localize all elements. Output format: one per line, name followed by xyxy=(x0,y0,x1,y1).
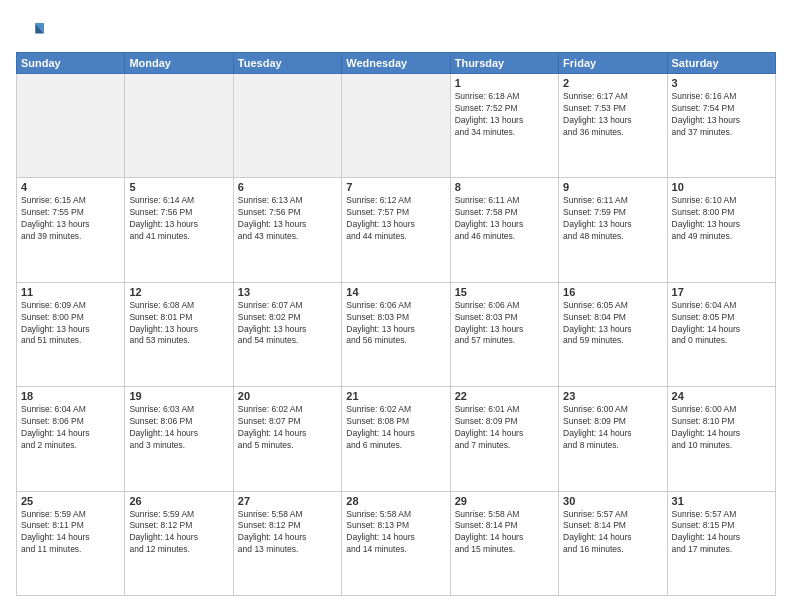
calendar-cell: 2Sunrise: 6:17 AM Sunset: 7:53 PM Daylig… xyxy=(559,74,667,178)
day-number: 31 xyxy=(672,495,771,507)
calendar-cell: 25Sunrise: 5:59 AM Sunset: 8:11 PM Dayli… xyxy=(17,491,125,595)
day-info: Sunrise: 6:06 AM Sunset: 8:03 PM Dayligh… xyxy=(455,300,554,348)
calendar-cell: 6Sunrise: 6:13 AM Sunset: 7:56 PM Daylig… xyxy=(233,178,341,282)
page: SundayMondayTuesdayWednesdayThursdayFrid… xyxy=(0,0,792,612)
calendar-cell: 30Sunrise: 5:57 AM Sunset: 8:14 PM Dayli… xyxy=(559,491,667,595)
day-info: Sunrise: 6:05 AM Sunset: 8:04 PM Dayligh… xyxy=(563,300,662,348)
header xyxy=(16,16,776,44)
day-info: Sunrise: 6:04 AM Sunset: 8:06 PM Dayligh… xyxy=(21,404,120,452)
calendar-cell: 31Sunrise: 5:57 AM Sunset: 8:15 PM Dayli… xyxy=(667,491,775,595)
day-info: Sunrise: 5:58 AM Sunset: 8:13 PM Dayligh… xyxy=(346,509,445,557)
weekday-header-wednesday: Wednesday xyxy=(342,53,450,74)
day-number: 12 xyxy=(129,286,228,298)
calendar-cell: 4Sunrise: 6:15 AM Sunset: 7:55 PM Daylig… xyxy=(17,178,125,282)
day-info: Sunrise: 6:00 AM Sunset: 8:10 PM Dayligh… xyxy=(672,404,771,452)
day-info: Sunrise: 6:01 AM Sunset: 8:09 PM Dayligh… xyxy=(455,404,554,452)
day-number: 29 xyxy=(455,495,554,507)
day-info: Sunrise: 6:12 AM Sunset: 7:57 PM Dayligh… xyxy=(346,195,445,243)
weekday-header-tuesday: Tuesday xyxy=(233,53,341,74)
day-number: 8 xyxy=(455,181,554,193)
week-row-4: 18Sunrise: 6:04 AM Sunset: 8:06 PM Dayli… xyxy=(17,387,776,491)
calendar-cell: 3Sunrise: 6:16 AM Sunset: 7:54 PM Daylig… xyxy=(667,74,775,178)
day-number: 18 xyxy=(21,390,120,402)
day-info: Sunrise: 6:02 AM Sunset: 8:07 PM Dayligh… xyxy=(238,404,337,452)
day-info: Sunrise: 5:59 AM Sunset: 8:11 PM Dayligh… xyxy=(21,509,120,557)
calendar-cell: 12Sunrise: 6:08 AM Sunset: 8:01 PM Dayli… xyxy=(125,282,233,386)
calendar-table: SundayMondayTuesdayWednesdayThursdayFrid… xyxy=(16,52,776,596)
day-info: Sunrise: 6:15 AM Sunset: 7:55 PM Dayligh… xyxy=(21,195,120,243)
day-number: 4 xyxy=(21,181,120,193)
week-row-2: 4Sunrise: 6:15 AM Sunset: 7:55 PM Daylig… xyxy=(17,178,776,282)
calendar-cell: 22Sunrise: 6:01 AM Sunset: 8:09 PM Dayli… xyxy=(450,387,558,491)
calendar-cell: 11Sunrise: 6:09 AM Sunset: 8:00 PM Dayli… xyxy=(17,282,125,386)
day-number: 1 xyxy=(455,77,554,89)
day-number: 6 xyxy=(238,181,337,193)
day-info: Sunrise: 6:07 AM Sunset: 8:02 PM Dayligh… xyxy=(238,300,337,348)
day-number: 21 xyxy=(346,390,445,402)
calendar-cell: 10Sunrise: 6:10 AM Sunset: 8:00 PM Dayli… xyxy=(667,178,775,282)
day-number: 10 xyxy=(672,181,771,193)
calendar-cell: 1Sunrise: 6:18 AM Sunset: 7:52 PM Daylig… xyxy=(450,74,558,178)
weekday-header-row: SundayMondayTuesdayWednesdayThursdayFrid… xyxy=(17,53,776,74)
day-info: Sunrise: 6:09 AM Sunset: 8:00 PM Dayligh… xyxy=(21,300,120,348)
day-number: 15 xyxy=(455,286,554,298)
day-info: Sunrise: 5:57 AM Sunset: 8:14 PM Dayligh… xyxy=(563,509,662,557)
day-number: 22 xyxy=(455,390,554,402)
calendar-cell: 17Sunrise: 6:04 AM Sunset: 8:05 PM Dayli… xyxy=(667,282,775,386)
day-number: 3 xyxy=(672,77,771,89)
day-info: Sunrise: 5:59 AM Sunset: 8:12 PM Dayligh… xyxy=(129,509,228,557)
calendar-cell: 15Sunrise: 6:06 AM Sunset: 8:03 PM Dayli… xyxy=(450,282,558,386)
day-number: 17 xyxy=(672,286,771,298)
day-number: 24 xyxy=(672,390,771,402)
calendar-cell: 24Sunrise: 6:00 AM Sunset: 8:10 PM Dayli… xyxy=(667,387,775,491)
day-info: Sunrise: 6:06 AM Sunset: 8:03 PM Dayligh… xyxy=(346,300,445,348)
day-number: 20 xyxy=(238,390,337,402)
day-number: 5 xyxy=(129,181,228,193)
day-info: Sunrise: 6:10 AM Sunset: 8:00 PM Dayligh… xyxy=(672,195,771,243)
weekday-header-friday: Friday xyxy=(559,53,667,74)
day-number: 11 xyxy=(21,286,120,298)
calendar-cell xyxy=(342,74,450,178)
day-info: Sunrise: 5:57 AM Sunset: 8:15 PM Dayligh… xyxy=(672,509,771,557)
weekday-header-thursday: Thursday xyxy=(450,53,558,74)
day-number: 7 xyxy=(346,181,445,193)
day-info: Sunrise: 6:00 AM Sunset: 8:09 PM Dayligh… xyxy=(563,404,662,452)
day-number: 27 xyxy=(238,495,337,507)
day-number: 16 xyxy=(563,286,662,298)
calendar-cell: 8Sunrise: 6:11 AM Sunset: 7:58 PM Daylig… xyxy=(450,178,558,282)
day-info: Sunrise: 6:17 AM Sunset: 7:53 PM Dayligh… xyxy=(563,91,662,139)
day-number: 14 xyxy=(346,286,445,298)
week-row-3: 11Sunrise: 6:09 AM Sunset: 8:00 PM Dayli… xyxy=(17,282,776,386)
weekday-header-sunday: Sunday xyxy=(17,53,125,74)
calendar-cell: 16Sunrise: 6:05 AM Sunset: 8:04 PM Dayli… xyxy=(559,282,667,386)
calendar-cell: 26Sunrise: 5:59 AM Sunset: 8:12 PM Dayli… xyxy=(125,491,233,595)
day-info: Sunrise: 6:14 AM Sunset: 7:56 PM Dayligh… xyxy=(129,195,228,243)
day-number: 25 xyxy=(21,495,120,507)
calendar-cell: 20Sunrise: 6:02 AM Sunset: 8:07 PM Dayli… xyxy=(233,387,341,491)
weekday-header-saturday: Saturday xyxy=(667,53,775,74)
logo-icon xyxy=(16,16,44,44)
day-info: Sunrise: 6:13 AM Sunset: 7:56 PM Dayligh… xyxy=(238,195,337,243)
calendar-cell: 5Sunrise: 6:14 AM Sunset: 7:56 PM Daylig… xyxy=(125,178,233,282)
calendar-cell: 29Sunrise: 5:58 AM Sunset: 8:14 PM Dayli… xyxy=(450,491,558,595)
day-info: Sunrise: 6:03 AM Sunset: 8:06 PM Dayligh… xyxy=(129,404,228,452)
week-row-1: 1Sunrise: 6:18 AM Sunset: 7:52 PM Daylig… xyxy=(17,74,776,178)
day-info: Sunrise: 6:08 AM Sunset: 8:01 PM Dayligh… xyxy=(129,300,228,348)
day-number: 30 xyxy=(563,495,662,507)
day-number: 28 xyxy=(346,495,445,507)
day-info: Sunrise: 6:16 AM Sunset: 7:54 PM Dayligh… xyxy=(672,91,771,139)
day-number: 9 xyxy=(563,181,662,193)
day-info: Sunrise: 6:18 AM Sunset: 7:52 PM Dayligh… xyxy=(455,91,554,139)
day-info: Sunrise: 6:02 AM Sunset: 8:08 PM Dayligh… xyxy=(346,404,445,452)
calendar-cell: 13Sunrise: 6:07 AM Sunset: 8:02 PM Dayli… xyxy=(233,282,341,386)
calendar-cell: 27Sunrise: 5:58 AM Sunset: 8:12 PM Dayli… xyxy=(233,491,341,595)
day-info: Sunrise: 6:04 AM Sunset: 8:05 PM Dayligh… xyxy=(672,300,771,348)
day-info: Sunrise: 5:58 AM Sunset: 8:12 PM Dayligh… xyxy=(238,509,337,557)
day-number: 13 xyxy=(238,286,337,298)
calendar-cell: 28Sunrise: 5:58 AM Sunset: 8:13 PM Dayli… xyxy=(342,491,450,595)
calendar-cell xyxy=(17,74,125,178)
calendar-cell: 9Sunrise: 6:11 AM Sunset: 7:59 PM Daylig… xyxy=(559,178,667,282)
logo xyxy=(16,16,48,44)
calendar-cell: 7Sunrise: 6:12 AM Sunset: 7:57 PM Daylig… xyxy=(342,178,450,282)
calendar-cell: 23Sunrise: 6:00 AM Sunset: 8:09 PM Dayli… xyxy=(559,387,667,491)
